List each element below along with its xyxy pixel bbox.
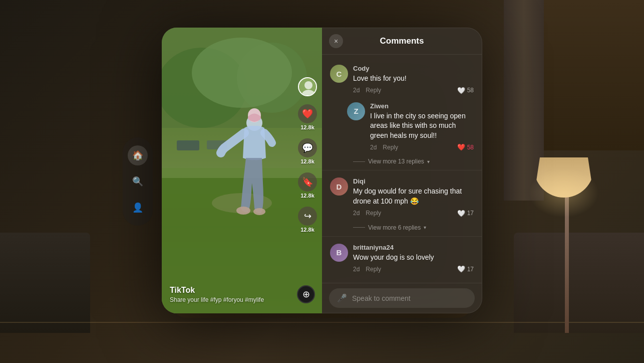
comment-input-inner[interactable]: 🎤 Speak to comment bbox=[329, 288, 475, 308]
phone-actions: ❤️ 12.8k 💬 12.8k 🔖 12.8k ↪ 12.8k bbox=[298, 77, 317, 233]
room-shelf bbox=[534, 0, 644, 150]
phone-bottom-info: TikTok Share your life #fyp #foryou #myl… bbox=[170, 286, 287, 303]
comment-item-brittany: B brittaniyna24 Wow your dog is so lovel… bbox=[322, 240, 482, 277]
floor-line bbox=[0, 322, 644, 323]
svg-point-3 bbox=[192, 38, 292, 108]
comment-text-cody: Love this for you! bbox=[353, 74, 474, 84]
bookmark-action[interactable]: 🔖 12.8k bbox=[298, 172, 317, 199]
comment-time-ziwen: 2d bbox=[370, 144, 377, 151]
phone-frame: ❤️ 12.8k 💬 12.8k 🔖 12.8k ↪ 12.8k TikTok … bbox=[162, 28, 322, 313]
comment-meta-cody: 2d Reply 🤍 58 bbox=[353, 87, 474, 94]
svg-point-12 bbox=[236, 207, 250, 215]
sidebar-nav: 🏠 🔍 👤 bbox=[123, 137, 153, 226]
comment-count: 12.8k bbox=[300, 158, 314, 164]
comment-body-cody: Cody Love this for you! 2d Reply 🤍 58 bbox=[353, 65, 474, 94]
speak-placeholder: Speak to comment bbox=[352, 294, 411, 302]
share-action[interactable]: ↪ 12.8k bbox=[298, 207, 317, 233]
avatar-cody: C bbox=[330, 65, 348, 83]
comment-time-brittany: 2d bbox=[353, 266, 360, 273]
comments-panel: × Comments C Cody Love this for you! 2d … bbox=[322, 28, 482, 313]
app-name: TikTok bbox=[170, 286, 287, 295]
username-cody: Cody bbox=[353, 65, 474, 72]
reply-button-cody[interactable]: Reply bbox=[366, 87, 381, 94]
comment-body-diqi: Diqi My dog would for sure chasing that … bbox=[353, 177, 474, 217]
reply-button-ziwen[interactable]: Reply bbox=[383, 144, 398, 151]
comment-input-bar: 🎤 Speak to comment bbox=[322, 283, 482, 313]
creator-avatar[interactable] bbox=[298, 77, 317, 96]
room-couch-left bbox=[0, 233, 90, 333]
like-count-ziwen: 58 bbox=[467, 144, 474, 151]
tiktok-logo: ⊕ bbox=[297, 285, 315, 303]
comment-time-diqi: 2d bbox=[353, 210, 360, 217]
comment-meta-ziwen: 2d Reply ❤️ 58 bbox=[370, 143, 474, 151]
like-icon-brittany: 🤍 bbox=[457, 265, 465, 273]
like-count-brittany: 17 bbox=[467, 266, 474, 273]
comments-header: × Comments bbox=[322, 28, 482, 55]
comment-icon: 💬 bbox=[298, 138, 317, 157]
comment-text-ziwen: I live in the city so seeing open areas … bbox=[370, 111, 474, 141]
svg-point-15 bbox=[304, 81, 312, 89]
like-section-diqi[interactable]: 🤍 17 bbox=[457, 210, 474, 217]
view-more-line-diqi bbox=[353, 227, 365, 228]
avatar-diqi: D bbox=[330, 177, 348, 196]
lamp-glow bbox=[529, 167, 599, 218]
like-section-ziwen[interactable]: ❤️ 58 bbox=[457, 143, 474, 151]
comment-item-diqi: D Diqi My dog would for sure chasing tha… bbox=[322, 173, 482, 221]
comment-text-diqi: My dog would for sure chasing that drone… bbox=[353, 187, 474, 206]
chevron-down-icon-diqi: ▾ bbox=[424, 225, 426, 230]
like-icon-diqi: 🤍 bbox=[457, 210, 465, 217]
username-brittany: brittaniyna24 bbox=[353, 244, 474, 251]
comment-action[interactable]: 💬 12.8k bbox=[298, 138, 317, 164]
comment-body-brittany: brittaniyna24 Wow your dog is so lovely … bbox=[353, 244, 474, 273]
like-count-diqi: 17 bbox=[467, 210, 474, 217]
like-action[interactable]: ❤️ 12.8k bbox=[298, 104, 317, 130]
comment-item-ziwen: Z Ziwen I live in the city so seeing ope… bbox=[322, 98, 482, 155]
chevron-down-icon-cody: ▾ bbox=[427, 159, 430, 164]
comment-item-cody: C Cody Love this for you! 2d Reply 🤍 58 bbox=[322, 61, 482, 98]
close-button[interactable]: × bbox=[329, 34, 343, 48]
sidebar-item-profile[interactable]: 👤 bbox=[128, 198, 148, 218]
comment-meta-diqi: 2d Reply 🤍 17 bbox=[353, 210, 474, 217]
view-more-line bbox=[353, 161, 365, 162]
like-section-cody[interactable]: 🤍 58 bbox=[457, 87, 474, 94]
bookmark-count: 12.8k bbox=[300, 193, 314, 199]
divider-2 bbox=[322, 236, 482, 237]
comment-body-ziwen: Ziwen I live in the city so seeing open … bbox=[370, 102, 474, 151]
comment-meta-brittany: 2d Reply 🤍 17 bbox=[353, 265, 474, 273]
svg-rect-8 bbox=[177, 140, 199, 150]
reply-button-brittany[interactable]: Reply bbox=[366, 266, 381, 273]
like-count: 12.8k bbox=[300, 124, 314, 130]
room-couch-right bbox=[514, 233, 644, 333]
video-caption: Share your life #fyp #foryou #mylife bbox=[170, 296, 287, 303]
tiktok-logo-icon: ⊕ bbox=[302, 289, 310, 300]
share-count: 12.8k bbox=[300, 227, 314, 233]
avatar-brittany: B bbox=[330, 244, 348, 262]
like-icon: ❤️ bbox=[298, 104, 317, 123]
comments-title: Comments bbox=[380, 36, 424, 46]
comments-list: C Cody Love this for you! 2d Reply 🤍 58 bbox=[322, 55, 482, 283]
view-more-replies-text-cody: View more 13 replies bbox=[368, 158, 424, 165]
divider-1 bbox=[322, 170, 482, 170]
main-content: ❤️ 12.8k 💬 12.8k 🔖 12.8k ↪ 12.8k TikTok … bbox=[162, 28, 482, 313]
close-icon: × bbox=[334, 37, 338, 45]
view-more-replies-diqi[interactable]: View more 6 replies ▾ bbox=[353, 222, 474, 233]
sidebar-item-home[interactable]: 🏠 bbox=[128, 145, 148, 165]
share-icon: ↪ bbox=[298, 207, 317, 226]
like-count-cody: 58 bbox=[467, 87, 474, 94]
like-section-brittany[interactable]: 🤍 17 bbox=[457, 265, 474, 273]
avatar-ziwen: Z bbox=[347, 102, 365, 120]
sidebar-item-search[interactable]: 🔍 bbox=[128, 171, 148, 192]
bookmark-icon: 🔖 bbox=[298, 172, 317, 192]
reply-button-diqi[interactable]: Reply bbox=[366, 210, 381, 217]
view-more-replies-text-diqi: View more 6 replies bbox=[368, 224, 421, 231]
comment-text-brittany: Wow your dog is so lovely bbox=[353, 253, 474, 263]
svg-point-13 bbox=[253, 208, 265, 215]
comment-time-cody: 2d bbox=[353, 87, 360, 94]
view-more-replies-cody[interactable]: View more 13 replies ▾ bbox=[353, 156, 474, 167]
like-icon-ziwen: ❤️ bbox=[457, 143, 465, 151]
like-icon-cody: 🤍 bbox=[457, 87, 465, 94]
microphone-icon: 🎤 bbox=[337, 293, 347, 303]
username-diqi: Diqi bbox=[353, 177, 474, 185]
room-wall-panel bbox=[504, 0, 544, 201]
username-ziwen: Ziwen bbox=[370, 102, 474, 110]
